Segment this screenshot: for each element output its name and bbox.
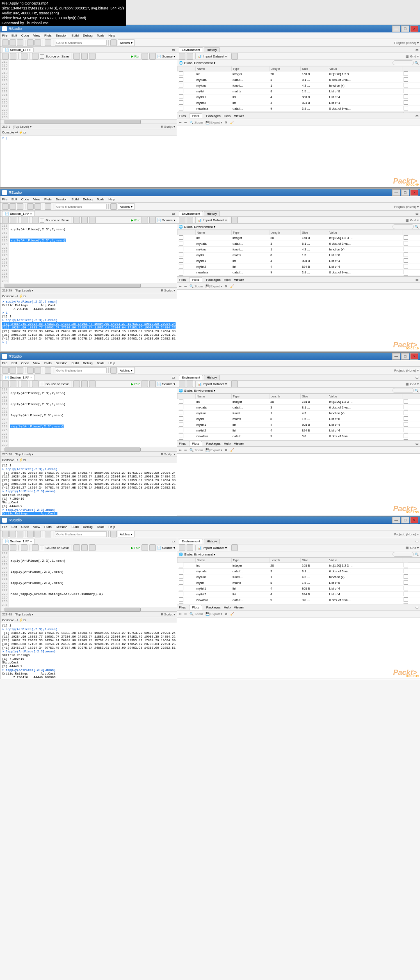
clear-console-icon[interactable]: ▭ [23,458,26,462]
save-workspace-icon[interactable] [187,381,193,387]
menu-plots[interactable]: Plots [44,197,52,201]
addins-dropdown[interactable]: Addins ▾ [118,39,135,46]
wand-icon[interactable] [81,53,88,60]
open-file-icon[interactable] [17,39,23,46]
console-output[interactable]: > apply(ArtPiece[,2:3],2,mean)Critic.Rat… [0,299,177,351]
run-button[interactable]: ▶ Run [131,55,140,58]
remove-plot-icon[interactable]: ✖ [225,448,228,452]
save-workspace-icon[interactable] [187,53,193,60]
addins-dropdown[interactable]: Addins ▾ [118,367,135,374]
console-output[interactable]: [1] 1> apply(ArtPiece[,2:3],1,mean) [1] … [0,623,177,679]
env-row[interactable]: intinteger20168 Bint [1:20] 1 2 3 … [178,235,420,241]
forward-icon[interactable] [10,381,16,387]
rerun-icon[interactable] [142,544,148,551]
plot-back-icon[interactable]: ⬅ [179,448,182,452]
code-area[interactable]: apply(ArtPiece[,2:3],1,mean) lapply(ArtP… [9,551,106,607]
pane-collapse-icon[interactable]: ▭ [415,442,419,445]
tab-packages[interactable]: Packages [206,278,221,282]
find-icon[interactable] [73,544,80,551]
tab-files[interactable]: Files [179,606,186,609]
file-type[interactable]: R Script ▾ [161,613,175,616]
menu-view[interactable]: View [33,197,40,201]
zoom-button[interactable]: 🔍 Zoom [189,612,203,616]
new-project-icon[interactable] [9,203,16,210]
load-workspace-icon[interactable] [179,217,185,223]
show-in-new-icon[interactable] [21,381,27,387]
forward-icon[interactable] [10,544,16,551]
find-icon[interactable] [73,53,80,60]
import-dataset-button[interactable]: 📊 Import Dataset ▾ [198,55,227,58]
pane-collapse-icon[interactable]: ▭ [172,376,175,379]
env-row[interactable]: subsetcharac…5448 Bchr [1:5] "number… [178,439,420,441]
menu-session[interactable]: Session [56,525,67,529]
menu-tools[interactable]: Tools [97,197,105,201]
source-on-save-checkbox[interactable] [40,54,44,59]
minimize-button[interactable]: — [392,25,400,32]
env-row[interactable]: intinteger20168 Bint [1:20] 1 2 3 … [178,563,420,569]
load-workspace-icon[interactable] [179,544,185,551]
env-row[interactable]: mylist1list4808 BList of 4 [178,586,420,592]
source-button[interactable]: 📄 Source ▾ [157,218,175,222]
tab-help[interactable]: Help [224,114,231,118]
remove-plot-icon[interactable]: ✖ [225,285,228,288]
clear-env-icon[interactable] [231,217,238,223]
source-editor[interactable]: 2152162172182192202212222232242252262272… [0,224,177,283]
source-on-save-checkbox[interactable] [40,382,44,386]
compile-icon[interactable] [89,381,96,387]
plot-forward-icon[interactable]: ➡ [184,448,187,452]
new-project-icon[interactable] [9,367,16,374]
env-row[interactable]: myfuncfuncti…14.3 …function (x) [178,411,420,416]
menu-file[interactable]: File [2,34,7,37]
env-row[interactable]: mylist2list4824 BList of 4 [178,100,420,106]
source-editor[interactable]: 2152162172182192202212222232242252262272… [0,388,177,447]
import-dataset-button[interactable]: 📊 Import Dataset ▾ [198,382,227,386]
menu-code[interactable]: Code [21,525,29,529]
new-file-icon[interactable] [2,39,9,46]
menu-build[interactable]: Build [71,525,79,529]
remove-plot-icon[interactable]: ✖ [225,121,228,124]
env-row[interactable]: mylistmatrix81.5 …List of 8 [178,252,420,258]
project-selector[interactable]: Project: (None) ▾ [394,532,419,536]
maximize-button[interactable]: □ [401,517,409,523]
project-selector[interactable]: Project: (None) ▾ [394,369,419,372]
source-on-save-checkbox[interactable] [40,546,44,550]
tab-plots[interactable]: Plots [189,277,202,282]
env-row[interactable]: myfuncfuncti…14.3 …function (x) [178,247,420,252]
open-file-icon[interactable] [17,531,23,537]
source-tab[interactable]: 📄 Section_1.R* × [2,211,35,216]
back-icon[interactable] [2,53,9,60]
wand-icon[interactable] [81,381,88,387]
scope-selector[interactable]: (Top Level) ▾ [14,452,33,456]
rerun-icon[interactable] [142,53,148,60]
close-button[interactable]: × [410,189,418,196]
scope-selector[interactable]: (Top Level) ▾ [14,289,33,292]
h-scrollbar[interactable] [0,119,177,124]
tools-icon[interactable] [110,39,117,46]
pane-collapse-icon[interactable]: ▭ [415,376,419,379]
file-type[interactable]: R Script ▾ [161,452,175,456]
env-search[interactable] [393,224,414,229]
source-down-icon[interactable] [149,53,156,60]
addins-dropdown[interactable]: Addins ▾ [118,531,135,537]
history-tab[interactable]: History [204,375,220,380]
global-env-selector[interactable]: 🌐 Global Environment ▾ [179,389,215,392]
wand-icon[interactable] [81,544,88,551]
menu-code[interactable]: Code [21,361,29,365]
save-source-icon[interactable] [32,544,39,551]
code-area[interactable]: apply(ArtPiece[,2:3],2,mean) apply(ArtPi… [9,388,66,447]
env-row[interactable]: mylist2list4824 BList of 4 [178,264,420,270]
rerun-icon[interactable] [142,217,148,223]
minimize-button[interactable]: — [392,353,400,360]
compile-icon[interactable] [89,217,96,223]
menu-edit[interactable]: Edit [11,197,17,201]
new-project-icon[interactable] [9,39,16,46]
menu-session[interactable]: Session [56,197,67,201]
forward-icon[interactable] [10,217,16,223]
plot-forward-icon[interactable]: ➡ [184,612,187,616]
env-row[interactable]: mylistmatrix81.5 …List of 8 [178,580,420,586]
tools-icon[interactable] [110,203,117,210]
env-row[interactable]: mylist1list4808 BList of 4 [178,422,420,428]
save-all-icon[interactable] [34,531,41,537]
grid-view-button[interactable]: ▦ Grid ▾ [406,55,419,58]
show-in-new-icon[interactable] [21,544,27,551]
